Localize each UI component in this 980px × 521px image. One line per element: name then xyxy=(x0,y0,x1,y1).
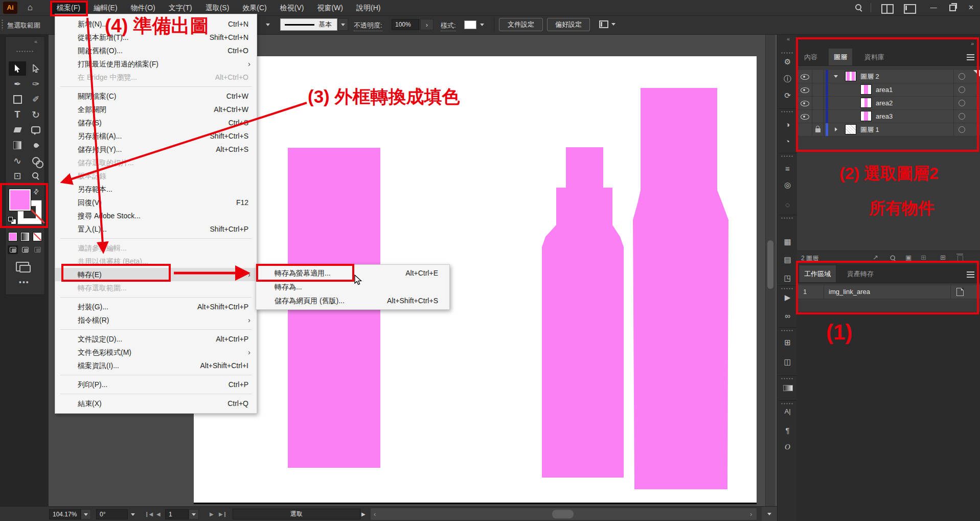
new-layer-icon[interactable]: ⊞ xyxy=(940,254,946,261)
tab-properties[interactable]: 內容 xyxy=(799,49,823,65)
menu-effect[interactable]: 效果(C) xyxy=(236,0,273,15)
layer-name[interactable]: area3 xyxy=(876,110,893,123)
menu-item-close[interactable]: 關閉檔案(C)Ctrl+W xyxy=(55,89,257,103)
menu-help[interactable]: 說明(H) xyxy=(350,0,387,15)
collapse-dock-icon[interactable]: « xyxy=(787,36,790,42)
menu-item-close-all[interactable]: 全部關閉Alt+Ctrl+W xyxy=(55,103,257,116)
rotate-tool[interactable]: ↻ xyxy=(27,107,44,122)
screen-mode-icon[interactable] xyxy=(16,262,29,271)
artboard-name[interactable]: img_link_area xyxy=(829,285,870,298)
menu-item-file-info[interactable]: 檔案資訊(I)...Alt+Shift+Ctrl+I xyxy=(55,359,257,372)
menu-item-save-for-web[interactable]: 儲存為網頁用 (舊版)...Alt+Shift+Ctrl+S xyxy=(256,294,449,308)
rotation-dropdown[interactable] xyxy=(128,509,138,519)
layer-thumbnail[interactable] xyxy=(860,98,872,108)
next-artboard-button[interactable]: ▶ xyxy=(210,511,214,517)
artboard-dropdown[interactable] xyxy=(189,509,199,519)
color-button[interactable] xyxy=(8,232,17,241)
menu-item-export-as[interactable]: 轉存為... xyxy=(256,280,449,294)
style-dropdown[interactable] xyxy=(477,20,486,29)
menu-item-place[interactable]: 置入(L)...Shift+Ctrl+P xyxy=(55,222,257,236)
visibility-eye-icon[interactable] xyxy=(801,114,809,120)
artboards-icon[interactable]: ⊞ xyxy=(778,338,797,347)
none-button[interactable] xyxy=(33,232,42,241)
zoom-level-field[interactable]: 104.17% xyxy=(49,509,81,519)
chevron-down-icon[interactable] xyxy=(611,23,616,26)
menu-item-revert[interactable]: 回復(V)F12 xyxy=(55,196,257,209)
shape-area3-bottle[interactable] xyxy=(633,88,728,489)
shape-builder-tool[interactable] xyxy=(27,153,44,168)
opacity-dropdown[interactable]: › xyxy=(420,19,434,30)
layer-name[interactable]: area1 xyxy=(876,83,893,96)
new-sublayer-icon[interactable]: ⊞ xyxy=(921,254,926,261)
target-circle-icon[interactable] xyxy=(959,73,965,80)
menu-item-save-as-template[interactable]: 另存範本... xyxy=(55,183,257,196)
draw-normal-mode[interactable] xyxy=(8,245,18,254)
visibility-eye-icon[interactable] xyxy=(801,87,809,93)
version-history-icon[interactable]: ⟳ xyxy=(778,91,797,100)
collapse-tools-icon[interactable]: « xyxy=(34,38,37,44)
opentype-icon[interactable]: O xyxy=(778,443,797,451)
menu-type[interactable]: 文字(T) xyxy=(162,0,199,15)
drag-handle[interactable] xyxy=(16,51,33,52)
comment-selection-tool[interactable] xyxy=(27,123,44,137)
document-setup-button[interactable]: 文件設定 xyxy=(499,18,543,31)
drag-handle[interactable] xyxy=(781,217,794,219)
menu-item-save[interactable]: 儲存(S)Ctrl+S xyxy=(55,116,257,129)
tab-artboards[interactable]: 工作區域 xyxy=(799,265,836,282)
artboard-tool[interactable]: ⊡ xyxy=(9,169,26,183)
horizontal-scrollbar-thumb[interactable] xyxy=(552,510,574,518)
zoom-dropdown[interactable] xyxy=(81,509,91,519)
menu-item-package[interactable]: 封裝(G)...Alt+Shift+Ctrl+P xyxy=(55,300,257,313)
properties-icon[interactable]: ⚙ xyxy=(778,57,797,66)
links-icon[interactable]: ∞ xyxy=(778,311,797,320)
artboard-options-icon[interactable] xyxy=(956,288,964,296)
menu-item-new-from-template[interactable]: 從範本新增(T)...Shift+Ctrl+N xyxy=(55,31,257,44)
menu-item-exit[interactable]: 結束(X)Ctrl+Q xyxy=(55,397,257,410)
width-tool[interactable]: ∿ xyxy=(9,153,26,168)
appearance-icon[interactable]: ◌ xyxy=(778,200,797,209)
home-icon[interactable]: ⌂ xyxy=(24,0,36,15)
drag-handle[interactable] xyxy=(781,403,794,404)
scroll-left-icon[interactable]: ‹ xyxy=(374,510,376,518)
arrange-documents-icon[interactable] xyxy=(881,4,894,14)
symbols-icon[interactable]: ▦ xyxy=(778,237,797,246)
layer-thumbnail[interactable] xyxy=(845,71,856,81)
layer-thumbnail[interactable] xyxy=(845,124,856,134)
layer-row-layer1[interactable]: 圖層 1 xyxy=(797,123,980,137)
select-similar-icon[interactable] xyxy=(599,20,608,28)
menu-file[interactable]: 檔案(F) xyxy=(50,0,87,15)
tab-libraries[interactable]: 資料庫 xyxy=(859,49,890,65)
drag-handle[interactable] xyxy=(781,155,794,157)
status-expand-icon[interactable]: ▶ xyxy=(361,511,366,517)
menu-item-export[interactable]: 轉存(E)› xyxy=(55,268,257,281)
menu-item-scripts[interactable]: 指令檔(R)› xyxy=(55,313,257,327)
collect-for-export-icon[interactable]: ↗ xyxy=(873,254,878,261)
rotation-field[interactable]: 0° xyxy=(96,509,128,519)
layer-row-layer2[interactable]: 圖層 2 xyxy=(797,70,980,83)
color-guide-icon[interactable]: ◔ xyxy=(778,137,797,146)
type-tool[interactable]: T xyxy=(9,107,26,122)
gradient-button[interactable] xyxy=(20,232,30,241)
layer-name[interactable]: 圖層 2 xyxy=(860,70,879,83)
illustrator-logo[interactable]: Ai xyxy=(3,2,17,14)
layer-name[interactable]: area2 xyxy=(876,97,893,109)
eyedropper-tool[interactable] xyxy=(27,138,44,152)
gradient-tool[interactable] xyxy=(9,138,26,152)
info-icon[interactable]: ⓘ xyxy=(778,74,797,84)
gradient-panel-icon[interactable] xyxy=(783,385,793,391)
rectangle-tool[interactable] xyxy=(9,92,26,106)
expand-chevron-icon[interactable] xyxy=(834,75,838,78)
workspace-switcher-icon[interactable] xyxy=(904,4,916,14)
menu-view[interactable]: 檢視(V) xyxy=(274,0,311,15)
panel-menu-icon[interactable] xyxy=(967,54,974,55)
zoom-tool[interactable] xyxy=(27,169,44,183)
scroll-right-icon[interactable]: › xyxy=(750,510,752,518)
collapse-panel-icon[interactable]: » xyxy=(971,40,974,47)
delete-layer-icon[interactable] xyxy=(958,255,963,262)
previous-artboard-button[interactable]: ◀ xyxy=(156,511,161,517)
menu-object[interactable]: 物件(O) xyxy=(124,0,162,15)
menu-item-search-adobe-stock[interactable]: 搜尋 Adobe Stock... xyxy=(55,209,257,222)
menu-item-export-for-screens[interactable]: 轉存為螢幕適用...Alt+Ctrl+E xyxy=(256,266,449,280)
layer-name[interactable]: 圖層 1 xyxy=(860,123,879,136)
transparency-icon[interactable]: ◎ xyxy=(778,180,797,190)
